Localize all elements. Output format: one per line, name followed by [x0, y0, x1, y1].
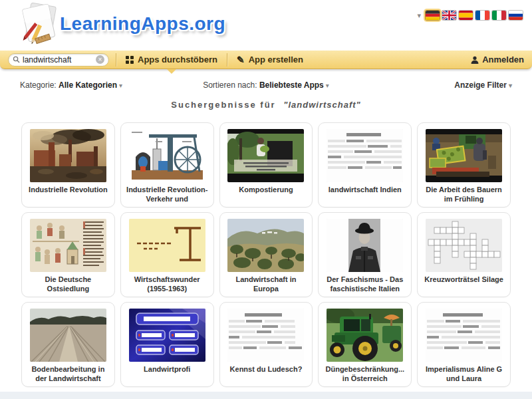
app-card-title: Düngebeschränkung... in Österreich [321, 365, 408, 384]
results-query: "landwirtschaft" [283, 100, 360, 110]
historical-portrait-thumbnail [327, 219, 403, 272]
app-card[interactable]: Düngebeschränkung... in Österreich [318, 302, 412, 387]
person-icon [471, 56, 479, 64]
sort-value: Beliebteste Apps [259, 80, 324, 90]
search-input[interactable] [23, 55, 96, 65]
plowed-field-thumbnail [30, 309, 106, 362]
logo-pencil-paper-icon [17, 3, 59, 45]
cloze-text-thumbnail [227, 309, 304, 362]
cloze-text-thumbnail [327, 129, 403, 182]
app-card[interactable]: landwirtschaft Indien [318, 122, 412, 207]
medieval-manuscript-thumbnail [30, 219, 106, 272]
industry-painting-thumbnail [30, 129, 106, 182]
app-card[interactable]: Die Deutsche Ostsiedlung [21, 212, 115, 297]
hangman-game-thumbnail [129, 219, 205, 272]
app-card-title: Der Faschismus - Das faschistische Itali… [321, 275, 408, 294]
olive-landscape-thumbnail [227, 219, 304, 272]
page: LearningApps.org ▾ [0, 0, 532, 399]
app-card[interactable]: Landwirtschaft in Europa [219, 212, 313, 297]
results-title: Suchergebnisse für "landwirtschaft" [0, 100, 532, 110]
display-filter-label: Anzeige Filter [454, 80, 507, 90]
app-card-title: Kompostierung [223, 186, 310, 195]
results-title-prefix: Suchergebnisse für [171, 100, 275, 110]
app-card[interactable]: Kreuzworträtsel Silage [417, 212, 511, 297]
login-label: Anmelden [482, 55, 524, 65]
quiz-show-thumbnail [129, 309, 205, 362]
app-card[interactable]: Imperialismus Aline G und Laura [417, 302, 511, 387]
search-box: × [8, 53, 109, 66]
flag-spanish-icon[interactable] [459, 11, 473, 20]
farmers-video-thumbnail [426, 129, 502, 182]
app-card-title: Bodenbearbeitung in der Landwirtschaft [25, 365, 112, 384]
app-card-title: Industrielle Revolution- Verkehr und [124, 186, 211, 204]
main-navbar: × Apps durchstöbern ✎ App erstellen Anme… [0, 51, 532, 69]
create-app-label: App erstellen [249, 55, 303, 65]
composting-video-thumbnail [227, 129, 304, 182]
app-card[interactable]: Industrielle Revolution- Verkehr und [120, 122, 214, 207]
footer-strip [0, 392, 532, 399]
app-card-title: Die Arbeit des Bauern im Frühling [420, 186, 507, 204]
steam-engine-diagram-thumbnail [129, 129, 205, 182]
tractor-photo-thumbnail [327, 309, 403, 362]
search-icon [13, 56, 20, 63]
logo[interactable]: LearningApps.org [17, 3, 225, 45]
crossword-thumbnail [426, 219, 502, 272]
sort-dropdown[interactable]: Sortieren nach: Beliebteste Apps▾ [203, 80, 329, 90]
app-card-title: Landwirtprofi [124, 365, 211, 374]
flag-french-icon[interactable] [475, 11, 489, 20]
category-label: Kategorie: [20, 80, 59, 90]
app-card[interactable]: Kompostierung [219, 122, 313, 207]
app-card[interactable]: Kennst du Ludesch? [219, 302, 313, 387]
app-card[interactable]: Wirtschaftswunder (1955-1963) [120, 212, 214, 297]
create-pencil-icon: ✎ [237, 55, 245, 65]
app-card-title: Landwirtschaft in Europa [223, 275, 310, 294]
clear-search-icon[interactable]: × [96, 55, 104, 64]
navbar-divider [116, 53, 116, 66]
create-app-button[interactable]: ✎ App erstellen [234, 51, 306, 69]
app-card[interactable]: Bodenbearbeitung in der Landwirtschaft [21, 302, 115, 387]
active-tab-caret [167, 69, 176, 74]
flag-german-icon[interactable] [426, 11, 440, 20]
sort-chevron-icon: ▾ [326, 82, 329, 89]
grid-icon [126, 56, 134, 64]
app-card-title: Kreuzworträtsel Silage [420, 275, 507, 285]
sort-label: Sortieren nach: [203, 80, 259, 90]
language-bar: ▾ [417, 11, 523, 20]
filter-row: Kategorie: Alle Kategorien▾ Sortieren na… [20, 80, 512, 90]
app-card[interactable]: Industrielle Revolution [21, 122, 115, 207]
display-filter-chevron-icon: ▾ [509, 82, 512, 89]
flag-italian-icon[interactable] [492, 11, 506, 20]
language-chevron-icon[interactable]: ▾ [417, 11, 421, 20]
flag-english-icon[interactable] [442, 11, 456, 20]
results-grid: Industrielle Revolution [21, 122, 511, 387]
browse-apps-label: Apps durchstöbern [138, 55, 217, 65]
app-card-title: Die Deutsche Ostsiedlung [25, 275, 112, 294]
app-card[interactable]: Landwirtprofi [120, 302, 214, 387]
header: LearningApps.org ▾ [0, 0, 532, 51]
app-card-title: Industrielle Revolution [25, 186, 112, 195]
app-card[interactable]: Die Arbeit des Bauern im Frühling [417, 122, 511, 207]
category-dropdown[interactable]: Kategorie: Alle Kategorien▾ [20, 80, 122, 90]
display-filter-dropdown[interactable]: Anzeige Filter▾ [454, 80, 512, 90]
navbar-divider [227, 53, 227, 66]
login-button[interactable]: Anmelden [471, 55, 524, 65]
app-card-title: landwirtschaft Indien [321, 186, 408, 195]
app-card-title: Imperialismus Aline G und Laura [420, 365, 507, 384]
cloze-text-thumbnail [426, 309, 502, 362]
logo-text: LearningApps.org [60, 13, 225, 35]
app-card[interactable]: Der Faschismus - Das faschistische Itali… [318, 212, 412, 297]
flag-russian-icon[interactable] [509, 11, 523, 20]
app-card-title: Kennst du Ludesch? [223, 365, 310, 374]
browse-apps-button[interactable]: Apps durchstöbern [123, 51, 220, 69]
category-value: Alle Kategorien [59, 80, 117, 90]
app-card-title: Wirtschaftswunder (1955-1963) [124, 275, 211, 294]
category-chevron-icon: ▾ [119, 82, 122, 89]
